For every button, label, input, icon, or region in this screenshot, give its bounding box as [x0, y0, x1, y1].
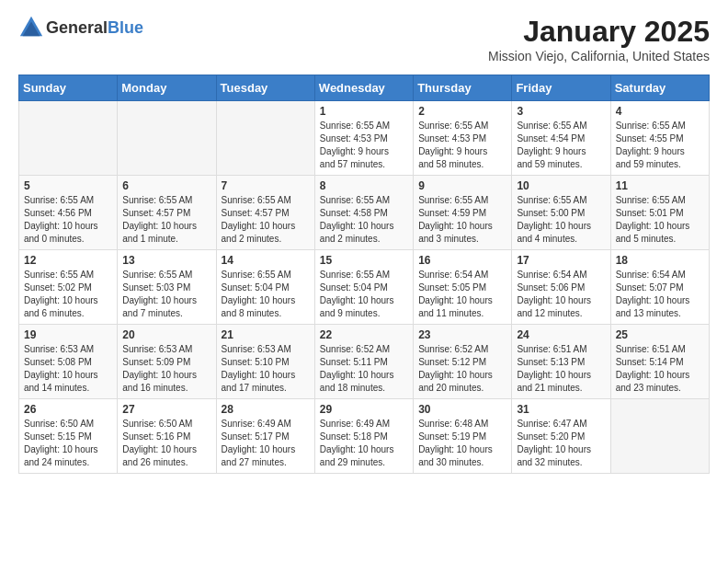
- day-info: Sunrise: 6:51 AM Sunset: 5:14 PM Dayligh…: [616, 343, 704, 395]
- logo-blue: Blue: [108, 18, 143, 37]
- calendar-cell: 4Sunrise: 6:55 AM Sunset: 4:55 PM Daylig…: [610, 101, 709, 176]
- logo: GeneralBlue: [18, 15, 143, 40]
- day-number: 26: [24, 403, 112, 416]
- weekday-header: Thursday: [414, 75, 512, 101]
- day-number: 25: [616, 328, 704, 341]
- calendar-cell: 25Sunrise: 6:51 AM Sunset: 5:14 PM Dayli…: [610, 325, 709, 399]
- month-title: January 2025: [488, 15, 710, 49]
- day-number: 29: [320, 403, 408, 416]
- day-number: 28: [222, 403, 310, 416]
- day-info: Sunrise: 6:55 AM Sunset: 4:57 PM Dayligh…: [222, 194, 310, 246]
- day-info: Sunrise: 6:55 AM Sunset: 5:04 PM Dayligh…: [320, 269, 408, 320]
- day-info: Sunrise: 6:55 AM Sunset: 5:02 PM Dayligh…: [24, 269, 112, 320]
- day-number: 20: [122, 328, 210, 341]
- calendar-cell: 15Sunrise: 6:55 AM Sunset: 5:04 PM Dayli…: [314, 250, 413, 325]
- page-header: GeneralBlue January 2025 Mission Viejo, …: [18, 15, 710, 63]
- day-info: Sunrise: 6:50 AM Sunset: 5:15 PM Dayligh…: [24, 418, 112, 469]
- calendar-cell: 9Sunrise: 6:55 AM Sunset: 4:59 PM Daylig…: [414, 176, 512, 250]
- weekday-header: Friday: [512, 75, 610, 101]
- calendar-cell: 19Sunrise: 6:53 AM Sunset: 5:08 PM Dayli…: [19, 325, 118, 399]
- calendar-cell: [118, 101, 216, 176]
- day-info: Sunrise: 6:55 AM Sunset: 4:53 PM Dayligh…: [320, 120, 408, 171]
- day-info: Sunrise: 6:53 AM Sunset: 5:10 PM Dayligh…: [222, 343, 310, 395]
- day-number: 6: [122, 179, 210, 192]
- calendar-cell: 5Sunrise: 6:55 AM Sunset: 4:56 PM Daylig…: [19, 176, 118, 250]
- calendar-cell: 13Sunrise: 6:55 AM Sunset: 5:03 PM Dayli…: [118, 250, 216, 325]
- day-info: Sunrise: 6:55 AM Sunset: 4:59 PM Dayligh…: [418, 194, 506, 246]
- day-info: Sunrise: 6:47 AM Sunset: 5:20 PM Dayligh…: [517, 418, 605, 469]
- weekday-header: Monday: [118, 75, 216, 101]
- calendar-cell: 30Sunrise: 6:48 AM Sunset: 5:19 PM Dayli…: [414, 399, 512, 474]
- day-info: Sunrise: 6:55 AM Sunset: 5:03 PM Dayligh…: [122, 269, 210, 320]
- day-info: Sunrise: 6:54 AM Sunset: 5:07 PM Dayligh…: [616, 269, 704, 320]
- calendar-cell: 23Sunrise: 6:52 AM Sunset: 5:12 PM Dayli…: [414, 325, 512, 399]
- calendar-cell: 22Sunrise: 6:52 AM Sunset: 5:11 PM Dayli…: [314, 325, 413, 399]
- calendar-cell: 16Sunrise: 6:54 AM Sunset: 5:05 PM Dayli…: [414, 250, 512, 325]
- day-number: 4: [616, 105, 704, 118]
- day-info: Sunrise: 6:55 AM Sunset: 5:00 PM Dayligh…: [517, 194, 605, 246]
- day-number: 14: [222, 254, 310, 267]
- day-info: Sunrise: 6:53 AM Sunset: 5:09 PM Dayligh…: [122, 343, 210, 395]
- calendar-cell: 7Sunrise: 6:55 AM Sunset: 4:57 PM Daylig…: [216, 176, 314, 250]
- day-info: Sunrise: 6:49 AM Sunset: 5:17 PM Dayligh…: [222, 418, 310, 469]
- calendar-cell: 2Sunrise: 6:55 AM Sunset: 4:53 PM Daylig…: [414, 101, 512, 176]
- day-number: 10: [517, 179, 605, 192]
- day-number: 1: [320, 105, 408, 118]
- day-info: Sunrise: 6:55 AM Sunset: 4:56 PM Dayligh…: [24, 194, 112, 246]
- calendar-cell: [216, 101, 314, 176]
- calendar-cell: 12Sunrise: 6:55 AM Sunset: 5:02 PM Dayli…: [19, 250, 118, 325]
- day-number: 5: [24, 179, 112, 192]
- day-info: Sunrise: 6:55 AM Sunset: 4:57 PM Dayligh…: [122, 194, 210, 246]
- calendar-cell: [610, 399, 709, 474]
- calendar-cell: 29Sunrise: 6:49 AM Sunset: 5:18 PM Dayli…: [314, 399, 413, 474]
- day-number: 3: [517, 105, 605, 118]
- day-info: Sunrise: 6:52 AM Sunset: 5:12 PM Dayligh…: [418, 343, 506, 395]
- calendar-cell: 6Sunrise: 6:55 AM Sunset: 4:57 PM Daylig…: [118, 176, 216, 250]
- weekday-header: Wednesday: [314, 75, 413, 101]
- calendar-cell: 18Sunrise: 6:54 AM Sunset: 5:07 PM Dayli…: [610, 250, 709, 325]
- calendar-cell: 3Sunrise: 6:55 AM Sunset: 4:54 PM Daylig…: [512, 101, 610, 176]
- day-info: Sunrise: 6:54 AM Sunset: 5:05 PM Dayligh…: [418, 269, 506, 320]
- day-info: Sunrise: 6:55 AM Sunset: 4:54 PM Dayligh…: [517, 120, 605, 171]
- calendar-cell: 1Sunrise: 6:55 AM Sunset: 4:53 PM Daylig…: [314, 101, 413, 176]
- calendar-cell: 21Sunrise: 6:53 AM Sunset: 5:10 PM Dayli…: [216, 325, 314, 399]
- day-info: Sunrise: 6:55 AM Sunset: 4:55 PM Dayligh…: [616, 120, 704, 171]
- day-number: 12: [24, 254, 112, 267]
- day-number: 7: [222, 179, 310, 192]
- day-info: Sunrise: 6:55 AM Sunset: 5:01 PM Dayligh…: [616, 194, 704, 246]
- logo-icon: [18, 15, 44, 40]
- calendar-cell: 28Sunrise: 6:49 AM Sunset: 5:17 PM Dayli…: [216, 399, 314, 474]
- calendar-cell: 11Sunrise: 6:55 AM Sunset: 5:01 PM Dayli…: [610, 176, 709, 250]
- weekday-header: Tuesday: [216, 75, 314, 101]
- calendar-cell: 14Sunrise: 6:55 AM Sunset: 5:04 PM Dayli…: [216, 250, 314, 325]
- day-number: 15: [320, 254, 408, 267]
- day-info: Sunrise: 6:55 AM Sunset: 4:53 PM Dayligh…: [418, 120, 506, 171]
- day-number: 27: [122, 403, 210, 416]
- day-number: 9: [418, 179, 506, 192]
- day-number: 13: [122, 254, 210, 267]
- day-number: 24: [517, 328, 605, 341]
- day-number: 8: [320, 179, 408, 192]
- day-info: Sunrise: 6:54 AM Sunset: 5:06 PM Dayligh…: [517, 269, 605, 320]
- day-number: 21: [222, 328, 310, 341]
- logo-general: General: [46, 18, 108, 37]
- day-number: 11: [616, 179, 704, 192]
- calendar-cell: 10Sunrise: 6:55 AM Sunset: 5:00 PM Dayli…: [512, 176, 610, 250]
- calendar-cell: 20Sunrise: 6:53 AM Sunset: 5:09 PM Dayli…: [118, 325, 216, 399]
- calendar-cell: 8Sunrise: 6:55 AM Sunset: 4:58 PM Daylig…: [314, 176, 413, 250]
- calendar-table: SundayMondayTuesdayWednesdayThursdayFrid…: [18, 75, 710, 474]
- day-number: 16: [418, 254, 506, 267]
- day-info: Sunrise: 6:51 AM Sunset: 5:13 PM Dayligh…: [517, 343, 605, 395]
- calendar-cell: 24Sunrise: 6:51 AM Sunset: 5:13 PM Dayli…: [512, 325, 610, 399]
- day-number: 2: [418, 105, 506, 118]
- day-info: Sunrise: 6:48 AM Sunset: 5:19 PM Dayligh…: [418, 418, 506, 469]
- day-number: 18: [616, 254, 704, 267]
- calendar-cell: [19, 101, 118, 176]
- day-number: 17: [517, 254, 605, 267]
- calendar-cell: 31Sunrise: 6:47 AM Sunset: 5:20 PM Dayli…: [512, 399, 610, 474]
- calendar-cell: 26Sunrise: 6:50 AM Sunset: 5:15 PM Dayli…: [19, 399, 118, 474]
- day-number: 30: [418, 403, 506, 416]
- day-info: Sunrise: 6:50 AM Sunset: 5:16 PM Dayligh…: [122, 418, 210, 469]
- day-info: Sunrise: 6:53 AM Sunset: 5:08 PM Dayligh…: [24, 343, 112, 395]
- day-number: 22: [320, 328, 408, 341]
